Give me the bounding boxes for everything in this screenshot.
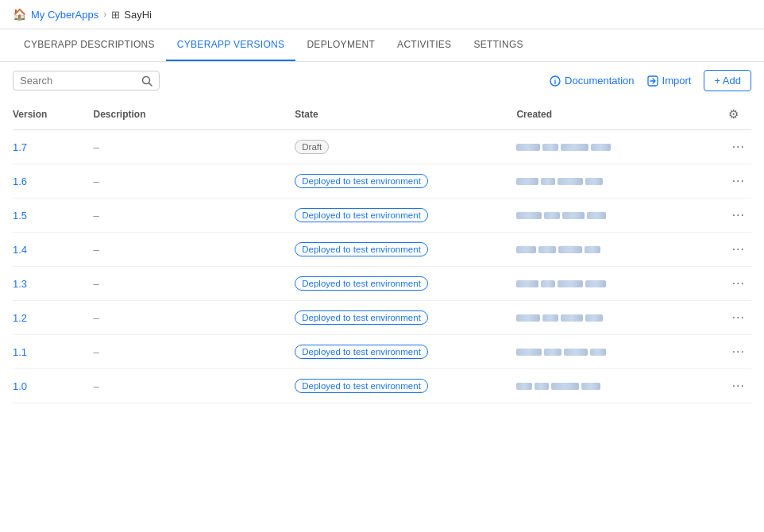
versions-table: Version Description State Created ⚙ 1.7–… [13,99,751,403]
state-badge: Deployed to test environment [295,276,428,291]
import-link[interactable]: Import [647,75,692,87]
table-row: 1.6–Deployed to test environment··· [13,164,751,199]
documentation-link[interactable]: i Documentation [550,75,634,87]
home-icon: 🏠 [13,8,26,21]
more-options-button[interactable]: ··· [729,377,748,395]
tab-settings[interactable]: SETTINGS [462,29,534,61]
table-row: 1.1–Deployed to test environment··· [13,335,751,369]
actions-cell: ··· [718,199,751,233]
created-cell [516,130,718,164]
tab-activities[interactable]: ACTIVITIES [386,29,462,61]
state-badge: Deployed to test environment [295,379,428,393]
state-cell: Deployed to test environment [295,199,516,233]
state-cell: Deployed to test environment [295,267,516,301]
info-icon: i [550,75,561,87]
svg-line-1 [149,83,152,86]
col-version: Version [13,99,94,130]
actions-cell: ··· [718,301,751,335]
state-badge: Deployed to test environment [295,345,428,359]
version-cell[interactable]: 1.4 [13,233,94,267]
table-header-row: Version Description State Created ⚙ [13,99,751,130]
toolbar-actions: i Documentation Import + Add [550,70,751,91]
description-cell: – [94,130,295,164]
version-cell[interactable]: 1.1 [13,335,94,369]
description-cell: – [94,164,295,199]
actions-cell: ··· [718,233,751,267]
created-cell [516,199,718,233]
gear-settings-button[interactable]: ⚙ [725,106,742,123]
created-cell [516,267,718,301]
state-badge: Draft [295,140,329,154]
breadcrumb-current: ⊞ SayHi [111,9,152,21]
state-badge: Deployed to test environment [295,310,428,325]
table-row: 1.4–Deployed to test environment··· [13,233,751,267]
description-cell: – [94,199,295,233]
more-options-button[interactable]: ··· [729,138,748,156]
import-icon [647,75,658,87]
actions-cell: ··· [718,164,751,199]
version-cell[interactable]: 1.7 [13,130,94,164]
created-cell [516,369,718,403]
description-cell: – [94,369,295,403]
table-row: 1.0–Deployed to test environment··· [13,369,751,403]
more-options-button[interactable]: ··· [729,241,748,258]
state-badge: Deployed to test environment [295,208,428,222]
col-state: State [295,99,516,130]
state-cell: Deployed to test environment [295,164,516,199]
tabs-bar: CYBERAPP DESCRIPTIONS CYBERAPP VERSIONS … [0,29,764,62]
description-cell: – [94,267,295,301]
breadcrumb-separator: › [103,9,106,20]
breadcrumb-bar: 🏠 My CyberApps › ⊞ SayHi [0,0,764,29]
actions-cell: ··· [718,369,751,403]
tab-descriptions[interactable]: CYBERAPP DESCRIPTIONS [13,29,166,61]
more-options-button[interactable]: ··· [729,206,748,224]
description-cell: – [94,233,295,267]
actions-cell: ··· [718,130,751,164]
version-cell[interactable]: 1.3 [13,267,94,301]
tab-versions[interactable]: CYBERAPP VERSIONS [166,29,296,61]
description-cell: – [94,335,295,369]
table-row: 1.7–Draft··· [13,130,751,164]
version-cell[interactable]: 1.2 [13,301,94,335]
search-box [13,71,160,91]
created-cell [516,164,718,199]
state-cell: Deployed to test environment [295,301,516,335]
toolbar: i Documentation Import + Add [0,62,764,99]
col-actions: ⚙ [718,99,751,130]
col-created: Created [516,99,718,130]
search-icon-button[interactable] [141,75,152,87]
grid-icon: ⊞ [111,9,120,21]
created-cell [516,233,718,267]
state-cell: Deployed to test environment [295,335,516,369]
state-cell: Deployed to test environment [295,369,516,403]
created-cell [516,301,718,335]
more-options-button[interactable]: ··· [729,275,748,292]
svg-text:i: i [554,78,557,86]
table-container: Version Description State Created ⚙ 1.7–… [0,99,764,403]
state-cell: Deployed to test environment [295,233,516,267]
more-options-button[interactable]: ··· [729,343,748,360]
version-cell[interactable]: 1.5 [13,199,94,233]
search-input[interactable] [20,75,141,87]
version-cell[interactable]: 1.6 [13,164,94,199]
description-cell: – [94,301,295,335]
table-row: 1.5–Deployed to test environment··· [13,199,751,233]
more-options-button[interactable]: ··· [729,309,748,326]
col-description: Description [94,99,295,130]
created-cell [516,335,718,369]
add-button[interactable]: + Add [704,70,751,91]
table-row: 1.3–Deployed to test environment··· [13,267,751,301]
table-row: 1.2–Deployed to test environment··· [13,301,751,335]
state-cell: Draft [295,130,516,164]
state-badge: Deployed to test environment [295,174,428,188]
version-cell[interactable]: 1.0 [13,369,94,403]
actions-cell: ··· [718,335,751,369]
actions-cell: ··· [718,267,751,301]
breadcrumb-home-link[interactable]: My CyberApps [31,9,98,21]
more-options-button[interactable]: ··· [729,172,748,190]
state-badge: Deployed to test environment [295,242,428,256]
tab-deployment[interactable]: DEPLOYMENT [295,29,386,61]
